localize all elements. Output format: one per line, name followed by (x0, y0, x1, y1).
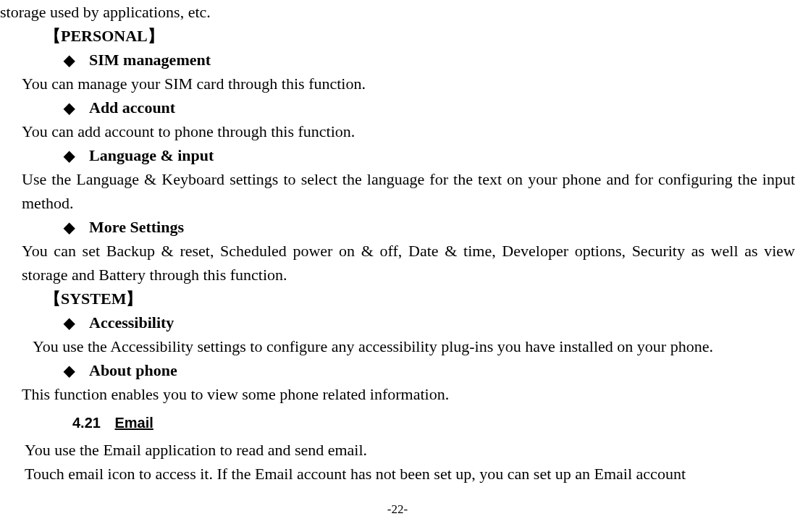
bullet-sim-management: ◆ SIM management (0, 48, 795, 72)
bullet-label: Language & input (89, 143, 214, 167)
desc-email-line1: You use the Email application to read an… (0, 438, 795, 462)
section-system: 【SYSTEM】 (0, 287, 795, 311)
desc-more-settings: You can set Backup & reset, Scheduled po… (0, 239, 795, 287)
section-personal: 【PERSONAL】 (0, 24, 795, 48)
page-number: -22- (0, 500, 795, 519)
desc-email-line2: Touch email icon to access it. If the Em… (0, 462, 795, 486)
bullet-language-input: ◆ Language & input (0, 143, 795, 167)
diamond-icon: ◆ (64, 216, 75, 238)
desc-add-account: You can add account to phone through thi… (0, 119, 795, 143)
desc-accessibility: You use the Accessibility settings to co… (0, 334, 795, 358)
bullet-label: SIM management (89, 48, 211, 72)
diamond-icon: ◆ (64, 360, 75, 381)
heading-title: Email (115, 415, 153, 431)
diamond-icon: ◆ (64, 49, 75, 71)
bullet-label: Add account (89, 96, 175, 119)
bullet-about-phone: ◆ About phone (0, 358, 795, 382)
diamond-icon: ◆ (64, 312, 75, 334)
heading-number: 4.21 (72, 415, 101, 431)
desc-language: Use the Language & Keyboard settings to … (0, 167, 795, 215)
diamond-icon: ◆ (64, 145, 75, 166)
desc-about-phone: This function enables you to view some p… (0, 382, 795, 406)
diamond-icon: ◆ (64, 97, 75, 119)
desc-sim: You can manage your SIM card through thi… (0, 72, 795, 96)
bullet-label: More Settings (89, 215, 184, 239)
text-fragment-top: storage used by applications, etc. (0, 0, 795, 24)
bullet-label: About phone (89, 358, 177, 382)
bullet-label: Accessibility (89, 311, 174, 334)
bullet-more-settings: ◆ More Settings (0, 215, 795, 239)
bullet-accessibility: ◆ Accessibility (0, 311, 795, 334)
heading-email: 4.21 Email (0, 412, 795, 434)
bullet-add-account: ◆ Add account (0, 96, 795, 119)
